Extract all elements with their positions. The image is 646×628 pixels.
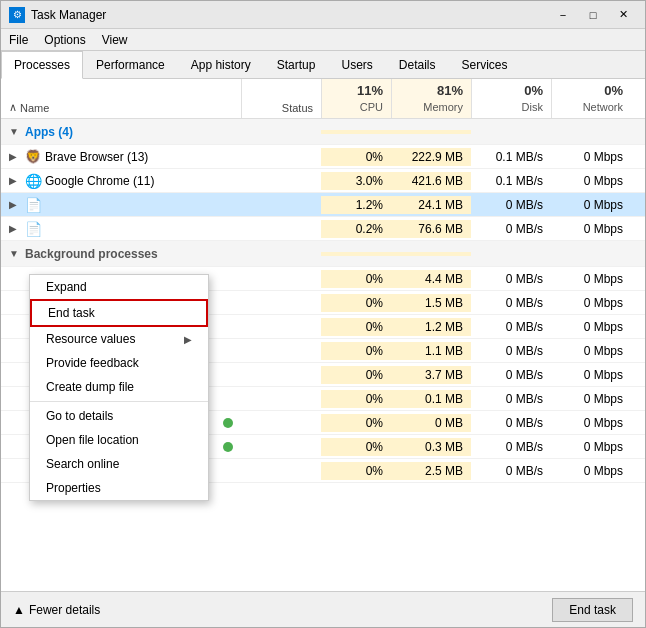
resource-values-arrow: ▶ bbox=[184, 334, 192, 345]
tab-performance[interactable]: Performance bbox=[83, 51, 178, 79]
ctx-properties[interactable]: Properties bbox=[30, 476, 208, 500]
brave-name: Brave Browser (13) bbox=[45, 150, 148, 164]
group-apps: ▼ Apps (4) bbox=[1, 119, 645, 145]
tab-app-history[interactable]: App history bbox=[178, 51, 264, 79]
films-status bbox=[223, 442, 233, 452]
title-bar: ⚙ Task Manager − □ ✕ bbox=[1, 1, 645, 29]
end-task-button[interactable]: End task bbox=[552, 598, 633, 622]
tab-details[interactable]: Details bbox=[386, 51, 449, 79]
task-manager-window: ⚙ Task Manager − □ ✕ File Options View P… bbox=[0, 0, 646, 628]
col-network[interactable]: 0% Network bbox=[551, 79, 631, 118]
feeds-status bbox=[223, 418, 233, 428]
menu-file[interactable]: File bbox=[1, 31, 36, 49]
window-icon: ⚙ bbox=[9, 7, 25, 23]
col-cpu[interactable]: 11% CPU bbox=[321, 79, 391, 118]
ctx-create-dump[interactable]: Create dump file bbox=[30, 375, 208, 399]
app4-icon: 📄 bbox=[25, 221, 41, 237]
tab-startup[interactable]: Startup bbox=[264, 51, 329, 79]
ctx-separator bbox=[30, 401, 208, 402]
col-name[interactable]: ∧ Name bbox=[1, 79, 241, 118]
main-content: ∧ Name Status 11% CPU 81% Memory 0% bbox=[1, 79, 645, 591]
ctx-expand[interactable]: Expand bbox=[30, 275, 208, 299]
ctx-search-online[interactable]: Search online bbox=[30, 452, 208, 476]
chrome-icon: 🌐 bbox=[25, 173, 41, 189]
brave-icon: 🦁 bbox=[25, 149, 41, 165]
row-app4[interactable]: ▶ 📄 0.2% 76.6 MB 0 MB/s 0 Mbps bbox=[1, 217, 645, 241]
row-selected[interactable]: ▶ 📄 1.2% 24.1 MB 0 MB/s 0 Mbps bbox=[1, 193, 645, 217]
ctx-open-file-location[interactable]: Open file location bbox=[30, 428, 208, 452]
group-apps-label: ▼ Apps (4) bbox=[1, 123, 241, 141]
window-controls: − □ ✕ bbox=[549, 5, 637, 25]
chrome-name: Google Chrome (11) bbox=[45, 174, 154, 188]
selected-app-icon: 📄 bbox=[25, 197, 41, 213]
fewer-details-arrow: ▲ bbox=[13, 603, 25, 617]
ctx-provide-feedback[interactable]: Provide feedback bbox=[30, 351, 208, 375]
tab-bar: Processes Performance App history Startu… bbox=[1, 51, 645, 79]
tab-services[interactable]: Services bbox=[449, 51, 521, 79]
bottom-bar: ▲ Fewer details End task bbox=[1, 591, 645, 627]
col-disk[interactable]: 0% Disk bbox=[471, 79, 551, 118]
col-memory[interactable]: 81% Memory bbox=[391, 79, 471, 118]
fewer-details-button[interactable]: ▲ Fewer details bbox=[13, 603, 100, 617]
group-background: ▼ Background processes bbox=[1, 241, 645, 267]
col-status[interactable]: Status bbox=[241, 79, 321, 118]
context-menu: Expand End task Resource values ▶ Provid… bbox=[29, 274, 209, 501]
menu-view[interactable]: View bbox=[94, 31, 136, 49]
tab-processes[interactable]: Processes bbox=[1, 51, 83, 79]
table-header: ∧ Name Status 11% CPU 81% Memory 0% bbox=[1, 79, 645, 119]
maximize-button[interactable]: □ bbox=[579, 5, 607, 25]
ctx-go-to-details[interactable]: Go to details bbox=[30, 404, 208, 428]
menu-options[interactable]: Options bbox=[36, 31, 93, 49]
ctx-resource-values[interactable]: Resource values ▶ bbox=[30, 327, 208, 351]
ctx-end-task[interactable]: End task bbox=[30, 299, 208, 327]
window-title: Task Manager bbox=[31, 8, 549, 22]
row-google-chrome[interactable]: ▶ 🌐 Google Chrome (11) 3.0% 421.6 MB 0.1… bbox=[1, 169, 645, 193]
menu-bar: File Options View bbox=[1, 29, 645, 51]
row-brave-browser[interactable]: ▶ 🦁 Brave Browser (13) 0% 222.9 MB 0.1 M… bbox=[1, 145, 645, 169]
tab-users[interactable]: Users bbox=[328, 51, 385, 79]
minimize-button[interactable]: − bbox=[549, 5, 577, 25]
close-button[interactable]: ✕ bbox=[609, 5, 637, 25]
